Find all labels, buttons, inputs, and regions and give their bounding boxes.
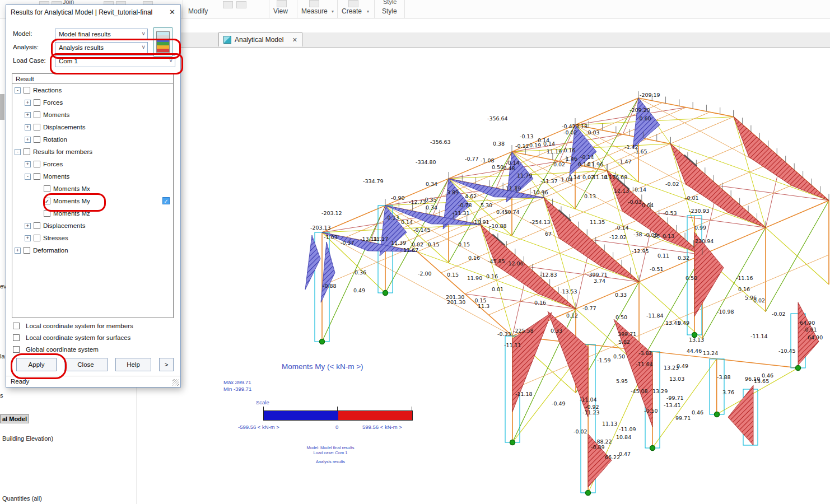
checkbox[interactable] [34, 99, 40, 106]
option-local-members[interactable]: Local coordinate system for members [13, 323, 133, 329]
tree-item-reactions[interactable]: -Reactions [12, 84, 173, 96]
svg-text:-11.16: -11.16 [736, 275, 753, 281]
checkbox[interactable] [13, 346, 20, 353]
close-icon[interactable]: ✕ [169, 8, 175, 16]
checkbox[interactable] [24, 87, 30, 94]
list-up-icon[interactable] [236, 1, 246, 8]
browser-item-selected[interactable]: al Model [0, 414, 29, 423]
ribbon-group-measure[interactable]: Measure [301, 7, 328, 15]
tree-item-rotation[interactable]: +Rotation [12, 133, 173, 146]
tree-item-results-for-members[interactable]: -Results for members [12, 146, 173, 158]
svg-text:-12.83: -12.83 [540, 272, 557, 278]
tree-item-forces[interactable]: +Forces [12, 96, 173, 109]
expander-spacer [35, 211, 41, 217]
svg-text:0.14: 0.14 [635, 186, 646, 193]
checkbox[interactable] [34, 235, 40, 241]
expander-icon[interactable]: - [15, 87, 21, 94]
ribbon-group-create[interactable]: Create [342, 7, 362, 15]
view-icon[interactable] [277, 0, 287, 7]
tree-item-forces[interactable]: +Forces [12, 158, 173, 170]
checkbox[interactable] [34, 136, 40, 143]
expander-icon[interactable]: + [25, 235, 31, 241]
scale-tick [263, 407, 264, 410]
loadcase-field-label: Load Case: [13, 57, 46, 64]
svg-text:67: 67 [545, 231, 552, 237]
tree-item-moments-my[interactable]: ✓Moments My✓ [12, 195, 173, 207]
expander-icon[interactable]: + [25, 100, 31, 106]
svg-text:-1.03: -1.03 [324, 234, 338, 240]
svg-text:-0.145: -0.145 [413, 227, 431, 233]
result-tree-header: Result [12, 74, 173, 84]
close-button[interactable]: Close [64, 358, 108, 371]
checkbox[interactable] [34, 111, 40, 118]
checkbox[interactable] [34, 161, 40, 167]
browser-item[interactable]: Building Elevation) [2, 435, 53, 442]
analytical-model-icon [223, 36, 231, 44]
svg-text:11.39: 11.39 [391, 240, 406, 246]
tree-item-displacements[interactable]: +Displacements [12, 220, 173, 232]
checkbox[interactable] [34, 124, 40, 130]
svg-text:-11.09: -11.09 [619, 426, 636, 432]
apply-button[interactable]: Apply [16, 358, 57, 371]
checkbox[interactable] [24, 247, 30, 254]
svg-text:76.68: 76.68 [612, 174, 627, 180]
svg-text:-10.98: -10.98 [717, 309, 734, 315]
legend-case-line: Load case: Com 1 [263, 450, 398, 455]
tree-item-moments-mx[interactable]: Moments Mx [12, 183, 173, 195]
svg-text:0.12: 0.12 [566, 312, 578, 319]
chevron-down-icon[interactable]: ▾ [367, 9, 369, 14]
tab-analytical-model[interactable]: Analytical Model ✕ [218, 32, 302, 46]
svg-text:-0.60: -0.60 [637, 115, 651, 122]
expander-icon[interactable]: + [25, 137, 31, 143]
result-preview-button[interactable] [153, 27, 172, 57]
svg-text:-0.02: -0.02 [772, 311, 786, 317]
checkbox[interactable]: ✓ [44, 198, 50, 204]
tab-close-icon[interactable]: ✕ [292, 36, 297, 44]
option-local-surfaces[interactable]: Local coordinate system for surfaces [13, 334, 130, 341]
tree-item-moments[interactable]: -Moments [12, 170, 173, 183]
analysis-dropdown[interactable]: Analysis results ˅ [55, 42, 148, 54]
expander-icon[interactable]: - [25, 174, 31, 180]
checkbox[interactable] [24, 148, 30, 155]
checkbox[interactable] [44, 185, 50, 192]
measure-icon[interactable] [309, 0, 319, 7]
loadcase-dropdown[interactable]: Com 1 ˅ [55, 55, 175, 67]
expander-icon[interactable]: - [15, 149, 21, 155]
checkbox[interactable] [44, 210, 50, 217]
ribbon-group-style[interactable]: Style [382, 7, 397, 15]
expander-icon[interactable]: + [15, 248, 21, 254]
checkbox[interactable] [13, 334, 20, 341]
resize-grip[interactable] [172, 379, 179, 386]
svg-text:-356.63: -356.63 [430, 139, 451, 145]
model-dropdown[interactable]: Model final results ˅ [55, 29, 148, 40]
svg-text:399.71: 399.71 [618, 331, 636, 337]
svg-text:-356.64: -356.64 [487, 115, 508, 122]
result-tree: Result -Reactions+Forces+Moments+Displac… [12, 73, 174, 318]
tree-item-stresses[interactable]: +Stresses [12, 232, 173, 244]
tree-item-deformation[interactable]: +Deformation [12, 244, 173, 256]
tree-item-displacements[interactable]: +Displacements [12, 121, 173, 133]
tree-item-label: Displacements [43, 124, 85, 130]
expander-icon[interactable]: + [25, 161, 31, 167]
help-button[interactable]: Help [115, 358, 151, 371]
create-icon[interactable] [348, 0, 358, 7]
list-down-icon[interactable] [223, 1, 233, 8]
chevron-down-icon[interactable]: ▾ [332, 9, 334, 14]
checkbox[interactable] [34, 173, 40, 180]
checkbox[interactable] [34, 222, 40, 229]
option-global-coords[interactable]: Global coordinate system [13, 346, 99, 353]
checkbox[interactable] [13, 323, 20, 329]
svg-text:0.14: 0.14 [543, 141, 555, 147]
tree-item-moments[interactable]: +Moments [12, 109, 173, 121]
scale-zero-value: 0 [335, 424, 338, 430]
more-button[interactable]: > [159, 358, 174, 371]
expander-icon[interactable]: + [25, 112, 31, 118]
blue-check-badge[interactable]: ✓ [162, 197, 170, 204]
tree-item-moments-mz[interactable]: Moments Mz [12, 207, 173, 220]
ribbon-tab-modify[interactable]: Modify [188, 7, 208, 15]
browser-item[interactable]: Quantities (all) [2, 495, 42, 502]
browser-item-fragment[interactable]: s [0, 392, 8, 399]
expander-icon[interactable]: + [25, 124, 31, 130]
expander-icon[interactable]: + [25, 223, 31, 229]
ribbon-group-view[interactable]: View [273, 7, 288, 15]
